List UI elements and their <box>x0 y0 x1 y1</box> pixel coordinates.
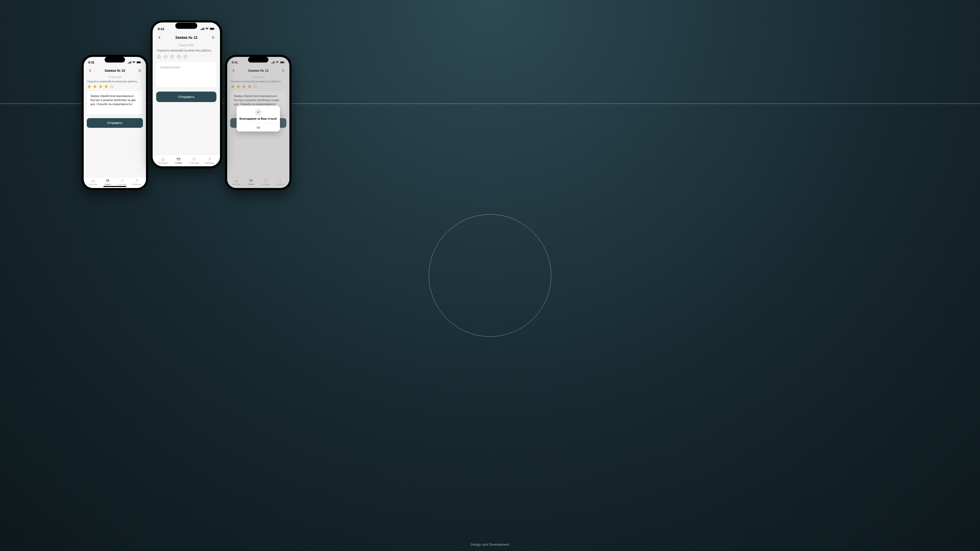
tab-bar: Мой дом Счета Счетчики Профиль <box>227 177 290 188</box>
svg-rect-28 <box>284 62 285 63</box>
svg-rect-0 <box>200 29 201 30</box>
comment-input[interactable]: Комменатрий <box>156 62 216 87</box>
svg-rect-25 <box>274 61 275 64</box>
tab-bills[interactable]: Счета <box>100 179 115 186</box>
back-button[interactable] <box>157 35 162 40</box>
star-5[interactable] <box>253 84 257 89</box>
tab-profile[interactable]: Профиль <box>273 179 287 186</box>
nav-row: Заявка № 12 <box>227 66 290 74</box>
star-2[interactable] <box>236 84 240 89</box>
back-button[interactable] <box>87 68 93 73</box>
home-icon <box>229 179 244 183</box>
user-icon <box>129 179 144 183</box>
clock: 9:41 <box>158 27 164 31</box>
svg-rect-6 <box>215 28 215 29</box>
dynamic-island <box>248 57 269 62</box>
tab-home[interactable]: Мой дом <box>155 157 171 164</box>
tab-bills[interactable]: Счета <box>244 179 258 186</box>
comment-input[interactable]: Заявку обработали максимально быстро и р… <box>87 91 143 114</box>
signal-icon <box>271 61 275 64</box>
bg-circle <box>429 214 551 337</box>
date-label: 23 мая 2023 <box>156 44 216 47</box>
tab-bar: Мой дом Счета Счетчики Профиль <box>153 155 220 166</box>
star-5[interactable] <box>183 54 188 59</box>
home-indicator <box>103 186 126 187</box>
rating-stars[interactable] <box>156 54 216 59</box>
star-3[interactable] <box>170 54 175 59</box>
tab-meters[interactable]: Счетчики <box>186 157 202 164</box>
user-icon <box>273 179 287 183</box>
svg-rect-18 <box>106 180 109 182</box>
caption: Design and Development <box>471 543 509 546</box>
svg-rect-27 <box>280 62 283 63</box>
screen-left: 9:41 Заявка № 12 23 мая 2023 Оцените,п <box>84 57 146 188</box>
clock-icon <box>115 179 129 183</box>
tab-meters[interactable]: Счетчики <box>258 179 273 186</box>
signal-icon <box>128 61 131 64</box>
wifi-icon <box>132 61 135 64</box>
svg-rect-29 <box>250 180 252 182</box>
submit-button[interactable]: Отправить <box>87 118 143 128</box>
tab-bills[interactable]: Счета <box>171 157 186 164</box>
content: 23 мая 2023 Оцените,пожалуйста,качество … <box>153 44 220 102</box>
status-icons <box>200 27 215 31</box>
card-icon <box>100 179 115 183</box>
dynamic-island <box>175 23 197 29</box>
battery-icon <box>137 61 142 64</box>
svg-rect-3 <box>204 27 204 30</box>
svg-rect-24 <box>273 62 274 64</box>
bell-icon <box>282 69 285 72</box>
svg-rect-14 <box>130 61 131 64</box>
bell-icon <box>138 69 142 72</box>
back-button[interactable] <box>231 68 236 73</box>
rating-stars[interactable] <box>230 84 286 89</box>
modal-title: Благодарим за Ваш отзыв! <box>237 117 280 123</box>
status-icons <box>128 61 142 64</box>
star-4[interactable] <box>104 84 108 89</box>
svg-rect-2 <box>203 28 203 30</box>
screen-center: 9:41 Заявка № 12 23 мая 2023 Оцените,п <box>153 22 220 166</box>
clock: 9:41 <box>232 61 238 64</box>
phone-right: 9:41 Заявка № 12 23 мая 2023 Оцените,п <box>225 55 291 190</box>
star-1[interactable] <box>87 84 91 89</box>
nav-row: Заявка № 12 <box>153 33 220 42</box>
star-1[interactable] <box>231 84 235 89</box>
screen-right: 9:41 Заявка № 12 23 мая 2023 Оцените,п <box>227 57 290 188</box>
phone-left: 9:41 Заявка № 12 23 мая 2023 Оцените,п <box>82 55 148 190</box>
tab-profile[interactable]: Профиль <box>129 179 144 186</box>
tab-profile[interactable]: Профиль <box>202 157 218 164</box>
thankyou-modal: Благодарим за Ваш отзыв! Ок <box>237 106 280 131</box>
star-1[interactable] <box>157 54 161 59</box>
user-icon <box>202 157 218 161</box>
nav-row: Заявка № 12 <box>84 66 146 74</box>
battery-icon <box>210 27 215 31</box>
submit-button[interactable]: Отправить <box>156 92 216 102</box>
star-2[interactable] <box>163 54 168 59</box>
comment-text: Заявку обработали максимально быстро и р… <box>234 94 283 106</box>
svg-rect-16 <box>137 62 140 63</box>
star-4[interactable] <box>177 54 181 59</box>
svg-rect-7 <box>177 158 180 160</box>
tab-home[interactable]: Мой дом <box>86 179 100 186</box>
notifications-button[interactable] <box>210 35 216 40</box>
modal-ok-button[interactable]: Ок <box>237 123 280 131</box>
notifications-button[interactable] <box>137 68 142 73</box>
battery-icon <box>280 61 285 64</box>
tab-meters[interactable]: Счетчики <box>115 179 129 186</box>
tab-home[interactable]: Мой дом <box>229 179 244 186</box>
star-3[interactable] <box>99 84 103 89</box>
star-5[interactable] <box>110 84 114 89</box>
rating-stars[interactable] <box>87 84 143 89</box>
clock: 9:41 <box>88 61 94 64</box>
chevron-left-icon <box>232 69 235 72</box>
chevron-left-icon <box>158 36 161 39</box>
star-3[interactable] <box>242 84 246 89</box>
page-title: Заявка № 12 <box>162 35 210 40</box>
notifications-button[interactable] <box>280 68 286 73</box>
date-label: 23 мая 2023 <box>230 76 286 78</box>
star-2[interactable] <box>93 84 97 89</box>
star-4[interactable] <box>248 84 251 89</box>
bell-icon <box>211 36 215 39</box>
rating-prompt: Оцените,пожалуйста,качество работы <box>230 80 286 83</box>
svg-rect-5 <box>210 28 214 29</box>
